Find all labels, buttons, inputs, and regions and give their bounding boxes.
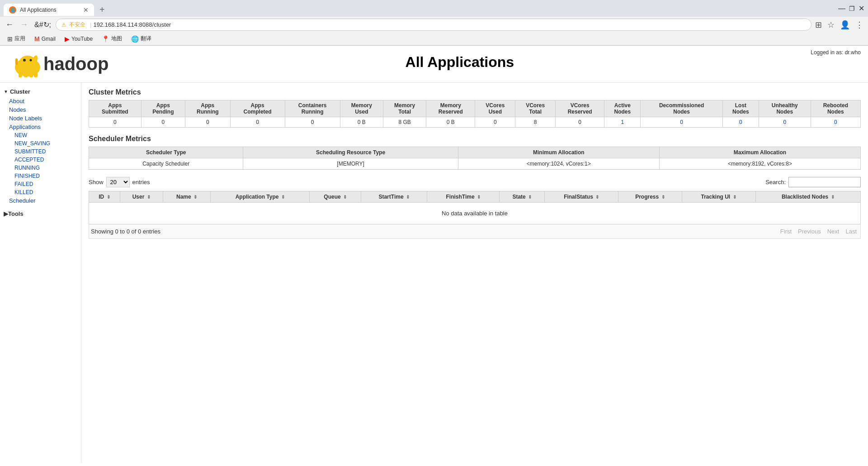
- val-decommissioned-nodes[interactable]: 0: [641, 117, 722, 128]
- bookmark-apps[interactable]: ⊞ 应用: [4, 34, 29, 43]
- minimize-button[interactable]: —: [838, 5, 845, 13]
- col-application-type[interactable]: Application Type ⇕: [211, 191, 310, 203]
- node-labels-link[interactable]: Node Labels: [0, 114, 81, 123]
- col-progress[interactable]: Progress ⇕: [618, 191, 682, 203]
- no-data-cell: No data available in table: [89, 203, 861, 224]
- failed-link[interactable]: FAILED: [0, 180, 81, 188]
- bookmark-gmail[interactable]: M Gmail: [31, 34, 59, 43]
- url-separator: |: [90, 21, 91, 28]
- entries-select[interactable]: 10 20 25 50 100: [106, 177, 130, 187]
- hadoop-elephant-svg: [7, 49, 48, 79]
- cluster-metrics-table: AppsSubmitted AppsPending AppsRunning Ap…: [89, 100, 861, 128]
- svg-point-2: [23, 59, 26, 62]
- active-nodes-link[interactable]: 1: [621, 119, 624, 125]
- val-memory-used: 0 B: [340, 117, 383, 128]
- tools-label: Tools: [8, 210, 24, 217]
- col-rebooted-nodes: RebootedNodes: [811, 100, 860, 117]
- scheduler-metrics-title: Scheduler Metrics: [89, 135, 861, 143]
- col-decommissioned-nodes: DecommissionedNodes: [641, 100, 722, 117]
- refresh-button[interactable]: &#↻;: [33, 19, 53, 30]
- col-state[interactable]: State ⇕: [500, 191, 545, 203]
- unhealthy-link[interactable]: 0: [783, 119, 786, 125]
- col-tracking-ui[interactable]: Tracking UI ⇕: [682, 191, 755, 203]
- bookmark-translate[interactable]: 🌐 翻译: [127, 34, 155, 43]
- maximize-button[interactable]: ❐: [849, 5, 855, 12]
- col-apps-running: AppsRunning: [185, 100, 231, 117]
- page-title: All Applications: [108, 54, 811, 71]
- cluster-label: Cluster: [10, 88, 30, 95]
- maps-icon: 📍: [102, 35, 109, 43]
- new-tab-button[interactable]: +: [96, 3, 108, 17]
- col-start-time[interactable]: StartTime ⇕: [361, 191, 427, 203]
- apptype-sort-icon: ⇕: [281, 195, 285, 200]
- col-active-nodes: ActiveNodes: [604, 100, 641, 117]
- profile-button[interactable]: 👤: [839, 19, 851, 31]
- col-finish-time[interactable]: FinishTime ⇕: [427, 191, 500, 203]
- about-link[interactable]: About: [0, 97, 81, 105]
- bookmark-button[interactable]: ☆: [826, 19, 835, 31]
- trackingui-sort-icon: ⇕: [733, 195, 736, 200]
- tab-close-button[interactable]: ✕: [83, 7, 89, 13]
- submitted-link[interactable]: SUBMITTED: [0, 147, 81, 156]
- new-saving-link[interactable]: NEW_SAVING: [0, 139, 81, 147]
- back-button[interactable]: ←: [4, 19, 15, 30]
- table-controls: Show 10 20 25 50 100 entries Search:: [89, 177, 861, 187]
- blacklisted-sort-icon: ⇕: [831, 195, 835, 200]
- pagination-info: Showing 0 to 0 of 0 entries: [91, 228, 160, 235]
- address-bar[interactable]: ⚠ 不安全 | 192.168.184.114:8088/cluster: [56, 19, 811, 31]
- translate-icon: 🌐: [131, 35, 139, 43]
- rebooted-link[interactable]: 0: [834, 119, 837, 125]
- bookmark-maps[interactable]: 📍 地图: [98, 34, 126, 43]
- first-button[interactable]: First: [778, 227, 793, 236]
- val-unhealthy-nodes[interactable]: 0: [759, 117, 811, 128]
- col-apps-submitted: AppsSubmitted: [89, 100, 142, 117]
- show-entries: Show 10 20 25 50 100 entries: [89, 177, 150, 187]
- content-area: Cluster Metrics AppsSubmitted AppsPendin…: [81, 83, 868, 462]
- val-vcores-total: 8: [515, 117, 556, 128]
- cluster-arrow: ▼: [4, 89, 8, 94]
- val-active-nodes[interactable]: 1: [604, 117, 641, 128]
- cluster-section-header[interactable]: ▼ Cluster: [0, 86, 81, 97]
- sched-col-max-alloc: Maximum Allocation: [659, 147, 860, 158]
- search-input[interactable]: [788, 177, 861, 187]
- killed-link[interactable]: KILLED: [0, 188, 81, 196]
- tools-section-header[interactable]: ▶ Tools: [0, 209, 81, 219]
- new-link[interactable]: NEW: [0, 131, 81, 139]
- browser-titlebar: 🌐 All Applications ✕ + — ❐ ✕: [0, 0, 868, 17]
- val-lost-nodes[interactable]: 0: [722, 117, 759, 128]
- browser-chrome: 🌐 All Applications ✕ + — ❐ ✕ ← → &#↻; ⚠ …: [0, 0, 868, 46]
- translate-button[interactable]: ⊞: [814, 19, 823, 31]
- page-title-area: All Applications: [108, 49, 811, 71]
- finished-link[interactable]: FINISHED: [0, 172, 81, 180]
- finalstatus-sort-icon: ⇕: [595, 195, 599, 200]
- col-final-status[interactable]: FinalStatus ⇕: [545, 191, 618, 203]
- nodes-link[interactable]: Nodes: [0, 105, 81, 114]
- val-rebooted-nodes[interactable]: 0: [811, 117, 860, 128]
- col-blacklisted-nodes[interactable]: Blacklisted Nodes ⇕: [755, 191, 860, 203]
- menu-button[interactable]: ⋮: [854, 19, 864, 31]
- last-button[interactable]: Last: [844, 227, 859, 236]
- next-button[interactable]: Next: [826, 227, 841, 236]
- val-scheduler-type: Capacity Scheduler: [89, 158, 243, 170]
- search-label: Search:: [765, 179, 786, 185]
- forward-button[interactable]: →: [18, 19, 30, 30]
- decommissioned-link[interactable]: 0: [680, 119, 683, 125]
- apps-icon: ⊞: [7, 35, 13, 43]
- accepted-link[interactable]: ACCEPTED: [0, 156, 81, 164]
- running-link[interactable]: RUNNING: [0, 164, 81, 172]
- svg-rect-7: [34, 72, 38, 77]
- col-queue[interactable]: Queue ⇕: [310, 191, 361, 203]
- previous-button[interactable]: Previous: [796, 227, 823, 236]
- window-controls: — ❐ ✕: [838, 4, 864, 15]
- applications-link[interactable]: Applications: [0, 123, 81, 131]
- url-text: 192.168.184.114:8088/cluster: [93, 21, 806, 28]
- col-id[interactable]: ID ⇕: [89, 191, 120, 203]
- browser-tab[interactable]: 🌐 All Applications ✕: [4, 4, 94, 16]
- col-user[interactable]: User ⇕: [120, 191, 163, 203]
- scheduler-link[interactable]: Scheduler: [0, 196, 81, 205]
- col-name[interactable]: Name ⇕: [163, 191, 211, 203]
- close-button[interactable]: ✕: [859, 4, 864, 13]
- col-lost-nodes: LostNodes: [722, 100, 759, 117]
- bookmark-youtube[interactable]: ▶ YouTube: [61, 34, 96, 43]
- lost-link[interactable]: 0: [739, 119, 742, 125]
